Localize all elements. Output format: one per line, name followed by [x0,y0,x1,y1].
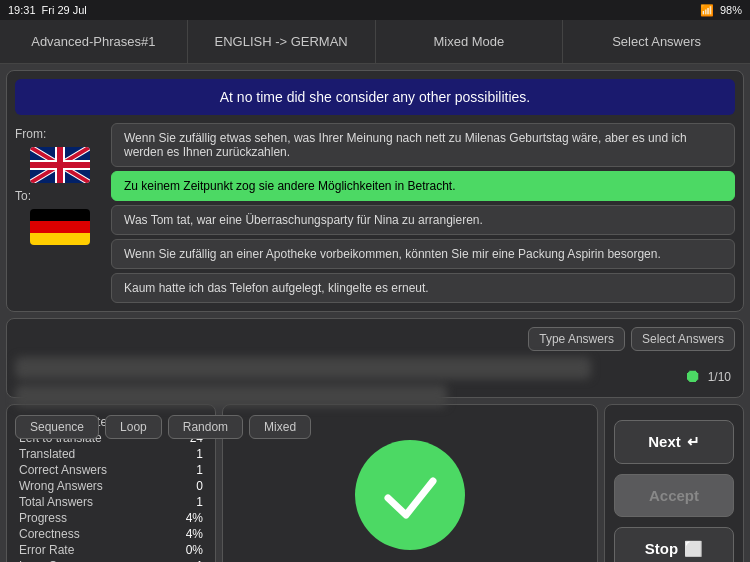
question-text: At no time did she consider any other po… [220,89,531,105]
sequence-btn-sequence[interactable]: Sequence [15,415,99,439]
blurred-row-1 [15,357,591,379]
answer-row-5[interactable]: Kaum hatte ich das Telefon aufgelegt, kl… [111,273,735,303]
stat-row: Total Answers1 [19,495,203,509]
answer-row-3[interactable]: Was Tom tat, war eine Überraschungsparty… [111,205,735,235]
stat-row: Error Rate0% [19,543,203,557]
battery: 98% [720,4,742,16]
status-bar: 19:31 Fri 29 Jul 📶 98% [0,0,750,20]
select-answers-button[interactable]: Select Answers [631,327,735,351]
radio-icon: ⏺ [684,366,702,387]
stat-row: Progress4% [19,511,203,525]
middle-section: Type Answers Select Answers SequenceLoop… [6,318,744,398]
answer-row-4[interactable]: Wenn Sie zufällig an einer Apotheke vorb… [111,239,735,269]
checkmark-icon [378,463,443,528]
nav-item-mode[interactable]: Mixed Mode [376,20,564,63]
accept-button[interactable]: Accept [614,474,734,517]
sequence-btn-random[interactable]: Random [168,415,243,439]
stat-row: Translated1 [19,447,203,461]
answer-row-2[interactable]: Zu keinem Zeitpunkt zog sie andere Mögli… [111,171,735,201]
stop-icon: ⬜ [684,540,703,558]
to-label: To: [15,189,31,203]
status-time: 19:31 Fri 29 Jul [8,4,87,16]
nav-item-select[interactable]: Select Answers [563,20,750,63]
radio-label: 1/10 [708,370,731,384]
svg-rect-9 [30,209,90,221]
type-answers-button[interactable]: Type Answers [528,327,625,351]
svg-rect-10 [30,221,90,233]
sequence-buttons: SequenceLoopRandomMixed [15,415,735,439]
radio-area: ⏺ 1/10 [684,366,731,387]
nav-item-direction[interactable]: ENGLISH -> GERMAN [188,20,376,63]
time: 19:31 [8,4,36,16]
stat-row: Correct Answers1 [19,463,203,477]
answer-list: Wenn Sie zufällig etwas sehen, was Ihrer… [111,123,735,303]
main-content: At no time did she consider any other po… [0,64,750,562]
sequence-btn-mixed[interactable]: Mixed [249,415,311,439]
wifi-icon: 📶 [700,4,714,17]
blurred-row-2 [15,385,447,407]
svg-rect-11 [30,233,90,245]
from-label: From: [15,127,46,141]
answer-row-1[interactable]: Wenn Sie zufällig etwas sehen, was Ihrer… [111,123,735,167]
green-circle [355,440,465,550]
flag-column: From: To: [15,123,105,303]
stat-row: Corectness4% [19,527,203,541]
blurred-content [15,357,735,407]
status-icons: 📶 98% [700,4,742,17]
stat-row: Wrong Answers0 [19,479,203,493]
uk-flag [30,147,90,183]
top-section: At no time did she consider any other po… [6,70,744,312]
sequence-btn-loop[interactable]: Loop [105,415,162,439]
nav-bar: Advanced-Phrases#1 ENGLISH -> GERMAN Mix… [0,20,750,64]
date: Fri 29 Jul [42,4,87,16]
de-flag [30,209,90,245]
nav-item-phrases[interactable]: Advanced-Phrases#1 [0,20,188,63]
middle-top: Type Answers Select Answers [15,327,735,351]
question-banner: At no time did she consider any other po… [15,79,735,115]
answers-area: From: To: [15,123,735,303]
stop-button[interactable]: Stop ⬜ [614,527,734,563]
